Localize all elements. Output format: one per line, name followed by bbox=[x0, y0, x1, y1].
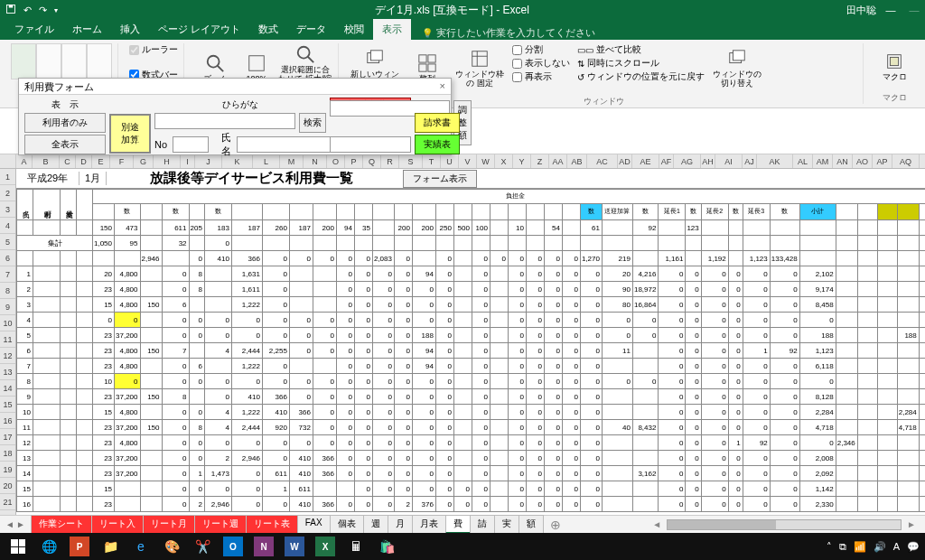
taskbar-excel-icon[interactable]: X bbox=[313, 536, 338, 557]
col-header[interactable]: AA bbox=[549, 154, 567, 168]
taskbar-edge-icon[interactable]: e bbox=[128, 536, 154, 557]
row-header[interactable]: 17 bbox=[0, 429, 15, 445]
tray-dropbox-icon[interactable]: ⧉ bbox=[839, 541, 846, 553]
tab-insert[interactable]: 挿入 bbox=[111, 19, 149, 40]
sheet-tab[interactable]: 作業シート bbox=[31, 515, 92, 534]
col-header[interactable]: AK bbox=[757, 154, 793, 168]
col-header[interactable]: V bbox=[459, 154, 477, 168]
sheet-tab[interactable]: 週 bbox=[363, 515, 388, 534]
sheet-tab[interactable]: 額 bbox=[519, 515, 544, 534]
hscroll-right-icon[interactable]: ► bbox=[907, 519, 916, 530]
sheet-tab[interactable]: リート月 bbox=[143, 515, 195, 534]
side-by-side-button[interactable]: ▭▭ 並べて比較 bbox=[577, 43, 705, 56]
taskbar-calc-icon[interactable]: 🖩 bbox=[343, 536, 369, 557]
split-check[interactable]: 分割 bbox=[512, 43, 570, 56]
pagelayout-view-button[interactable] bbox=[61, 43, 87, 79]
tray-up-icon[interactable]: ˄ bbox=[827, 541, 832, 553]
row-header[interactable]: 21 bbox=[0, 494, 15, 510]
normal-view-button[interactable] bbox=[11, 43, 36, 79]
extra-add-toggle[interactable]: 別途 加算 bbox=[109, 114, 151, 154]
col-header[interactable]: W bbox=[477, 154, 495, 168]
taskbar-powerpoint-icon[interactable]: P bbox=[67, 536, 92, 557]
sync-scroll-button[interactable]: ⇅ 同時にスクロール bbox=[577, 57, 705, 70]
dialog-close-icon[interactable]: × bbox=[440, 80, 445, 92]
redo-icon[interactable]: ↷ bbox=[39, 5, 47, 16]
col-header[interactable]: X bbox=[495, 154, 513, 168]
row-header[interactable]: 19 bbox=[0, 462, 15, 478]
row-header[interactable]: 20 bbox=[0, 478, 15, 494]
system-tray[interactable]: ˄ ⧉ 📶 🔊 A 💬 bbox=[827, 541, 920, 553]
tray-volume-icon[interactable]: 🔊 bbox=[874, 541, 886, 553]
row-header[interactable]: 16 bbox=[0, 413, 15, 429]
tray-wifi-icon[interactable]: 📶 bbox=[854, 541, 866, 553]
horizontal-scrollbar[interactable] bbox=[667, 519, 902, 530]
col-header[interactable]: AP bbox=[873, 154, 892, 168]
col-header[interactable]: AB bbox=[567, 154, 587, 168]
col-header[interactable]: AI bbox=[715, 154, 743, 168]
unhide-check[interactable]: 再表示 bbox=[512, 70, 570, 83]
col-header[interactable]: AR bbox=[920, 154, 925, 168]
sheet-tab[interactable]: 請 bbox=[470, 515, 495, 534]
row-header[interactable]: 2 bbox=[0, 185, 15, 201]
cells[interactable]: 平成29年 1月 放課後等デイサービス利用費一覧 フォーム表示 氏名市町村支給量… bbox=[16, 169, 925, 515]
sheet-tab[interactable]: リート週 bbox=[194, 515, 247, 534]
hscroll-left-icon[interactable]: ◄ bbox=[652, 519, 661, 530]
sheet-tab[interactable]: 個表 bbox=[330, 515, 364, 534]
taskbar-store-icon[interactable]: 🛍️ bbox=[374, 536, 399, 557]
tab-file[interactable]: ファイル bbox=[5, 19, 63, 40]
row-headers[interactable]: 123456789101112131415161718192021 bbox=[0, 169, 16, 515]
tab-pagelayout[interactable]: ページ レイアウト bbox=[149, 19, 249, 40]
pagebreak-view-button[interactable] bbox=[36, 43, 61, 79]
row-header[interactable]: 13 bbox=[0, 364, 15, 380]
taskbar-word-icon[interactable]: W bbox=[282, 536, 307, 557]
show-all-button[interactable]: 全表示 bbox=[24, 135, 106, 154]
exp-date-input-2[interactable] bbox=[330, 136, 411, 153]
form-show-button[interactable]: フォーム表示 bbox=[403, 170, 477, 188]
minimize-button[interactable]: — bbox=[885, 5, 896, 15]
taskbar-snip-icon[interactable]: ✂️ bbox=[190, 536, 215, 557]
row-header[interactable]: 3 bbox=[0, 201, 15, 218]
save-icon[interactable] bbox=[5, 4, 16, 16]
users-only-button[interactable]: 利用者のみ bbox=[24, 113, 106, 133]
row-header[interactable]: 8 bbox=[0, 283, 15, 299]
tab-data[interactable]: データ bbox=[287, 19, 335, 40]
taskbar-outlook-icon[interactable]: O bbox=[220, 536, 246, 557]
macros-button[interactable]: マクロ bbox=[874, 43, 914, 90]
close-button[interactable]: — bbox=[909, 5, 920, 15]
taskbar-browser-icon[interactable]: 🌐 bbox=[36, 536, 61, 557]
col-header[interactable]: AD bbox=[618, 154, 632, 168]
reset-pos-button[interactable]: ↺ ウィンドウの位置を元に戻す bbox=[577, 70, 705, 83]
freeze-panes-button[interactable]: ウィンドウ枠の 固定 bbox=[454, 43, 505, 94]
era-cell[interactable]: 平成29年 bbox=[16, 172, 79, 185]
custom-view-button[interactable] bbox=[87, 43, 112, 79]
results-button[interactable]: 実績表 bbox=[415, 135, 460, 154]
sheet-tab[interactable]: 月 bbox=[388, 515, 413, 534]
taskbar-paint-icon[interactable]: 🎨 bbox=[159, 536, 184, 557]
col-header[interactable]: AQ bbox=[892, 154, 920, 168]
invoice-button[interactable]: 請求書 bbox=[415, 113, 460, 133]
row-header[interactable]: 14 bbox=[0, 380, 15, 397]
col-header[interactable]: AE bbox=[632, 154, 659, 168]
tab-review[interactable]: 校閲 bbox=[335, 19, 373, 40]
col-header[interactable]: AL bbox=[793, 154, 813, 168]
row-header[interactable]: 1 bbox=[0, 169, 15, 185]
sheet-tab[interactable]: リート入 bbox=[91, 515, 144, 534]
row-header[interactable]: 18 bbox=[0, 445, 15, 462]
row-header[interactable]: 5 bbox=[0, 234, 15, 250]
sheet-tab[interactable]: 費 bbox=[445, 515, 471, 534]
col-header[interactable]: AC bbox=[587, 154, 618, 168]
row-header[interactable]: 4 bbox=[0, 218, 15, 234]
no-input[interactable] bbox=[173, 136, 209, 153]
taskbar-explorer-icon[interactable]: 📁 bbox=[98, 536, 123, 557]
taskbar-onenote-icon[interactable]: N bbox=[251, 536, 276, 557]
search-button[interactable]: 検索 bbox=[299, 113, 326, 133]
hiragana-input[interactable] bbox=[154, 113, 295, 129]
tab-nav-prev-icon[interactable]: ◄ bbox=[5, 519, 14, 529]
data-table[interactable]: 氏名市町村支給量負担金諸費用合計数数数数送迎加算数延長1数延長2数延長3数小計小… bbox=[16, 189, 925, 512]
row-header[interactable]: 9 bbox=[0, 299, 15, 315]
hide-check[interactable]: 表示しない bbox=[512, 57, 570, 70]
sheet-tab[interactable]: リート表 bbox=[246, 515, 298, 534]
row-header[interactable]: 10 bbox=[0, 315, 15, 331]
col-header[interactable]: Y bbox=[513, 154, 531, 168]
tab-view[interactable]: 表示 bbox=[373, 19, 411, 40]
